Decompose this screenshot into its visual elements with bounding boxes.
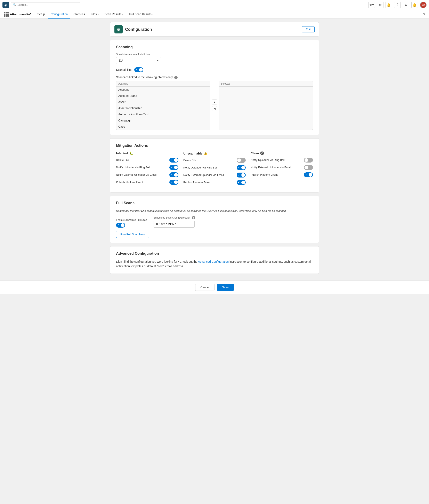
cancel-button[interactable]: Cancel bbox=[195, 284, 214, 291]
mitigation-section: Mitigation Actions Infected 🐛 Delete Fil… bbox=[110, 138, 319, 192]
unscannable-delete-file-toggle[interactable] bbox=[237, 158, 246, 163]
clean-email-item: Notify External Uploader via Email bbox=[251, 165, 313, 170]
nav-item-configuration[interactable]: Configuration bbox=[48, 10, 70, 19]
list-item[interactable]: Account bbox=[116, 87, 210, 93]
unscannable-title: Unscannable ⚠️ bbox=[183, 152, 246, 155]
jurisdiction-value: EU bbox=[119, 59, 123, 62]
infected-ring-bell-item: Notify Uploader via Ring Bell ✓ bbox=[116, 165, 178, 170]
footer-bar: Cancel Save bbox=[0, 280, 429, 294]
list-item[interactable]: Asset bbox=[116, 99, 210, 105]
favorites-button[interactable]: ★▾ bbox=[368, 2, 375, 8]
list-item[interactable]: Authorization Form Text bbox=[116, 111, 210, 117]
clean-platform-event-item: Publish Platform Event ✓ bbox=[251, 172, 313, 177]
linked-objects-info-icon[interactable]: i bbox=[174, 76, 178, 79]
unscannable-platform-event-label: Publish Platform Event bbox=[183, 181, 237, 184]
unscannable-email-item: Notify External Uploader via Email ✓ bbox=[183, 173, 246, 178]
cron-info-icon[interactable]: i bbox=[192, 216, 195, 219]
mitigation-title: Mitigation Actions bbox=[116, 144, 313, 148]
unscannable-email-toggle[interactable]: ✓ bbox=[237, 173, 246, 178]
linked-objects-section: Scan files linked to the following objec… bbox=[116, 75, 313, 130]
move-right-button[interactable]: ▶ bbox=[212, 99, 217, 104]
files-chevron-icon: ▾ bbox=[98, 13, 99, 16]
linked-objects-label: Scan files linked to the following objec… bbox=[116, 75, 313, 79]
user-avatar[interactable]: JD bbox=[420, 2, 427, 8]
unscannable-column: Unscannable ⚠️ Delete File Notify Upload… bbox=[183, 152, 246, 187]
run-full-scan-button[interactable]: Run Full Scan Now bbox=[116, 231, 149, 238]
scanning-title: Scanning bbox=[116, 45, 313, 49]
save-button[interactable]: Save bbox=[217, 284, 234, 291]
advanced-config-section: Advanced Configuration Didn't find the c… bbox=[110, 246, 319, 274]
list-item[interactable]: Asset Relationship bbox=[116, 105, 210, 111]
nav-item-scan-results[interactable]: Scan Results ▾ bbox=[102, 10, 126, 19]
full-scans-controls: Enable Scheduled Full Scan ✓ Scheduled S… bbox=[116, 216, 313, 228]
config-gear-icon: ⚙ bbox=[114, 25, 123, 34]
cron-expression-group: Scheduled Scan Cron Expression i bbox=[154, 216, 195, 228]
infected-delete-file-label: Delete File bbox=[116, 158, 169, 162]
infected-email-item: Notify External Uploader via Email ✓ bbox=[116, 172, 178, 177]
infected-column: Infected 🐛 Delete File ✓ Notify Uploader… bbox=[116, 152, 178, 187]
unscannable-delete-file-label: Delete File bbox=[183, 159, 237, 162]
nav-item-full-scan-results[interactable]: Full Scan Results ▾ bbox=[127, 10, 156, 19]
full-scans-section: Full Scans Remember that user who schedu… bbox=[110, 196, 319, 243]
clean-email-label: Notify External Uploader via Email bbox=[251, 166, 304, 169]
nav-edit-icon[interactable]: ✎ bbox=[423, 12, 426, 16]
jurisdiction-arrow-icon: ▾ bbox=[157, 59, 158, 62]
advanced-config-link[interactable]: Advanced Configuration bbox=[198, 260, 229, 263]
infected-platform-event-toggle[interactable]: ✓ bbox=[169, 180, 178, 185]
list-item[interactable]: Account Brand bbox=[116, 93, 210, 99]
unscannable-ring-bell-toggle[interactable]: ✓ bbox=[237, 165, 246, 170]
clean-ring-bell-label: Notify Uploader via Ring Bell bbox=[251, 158, 304, 162]
search-input[interactable] bbox=[18, 3, 78, 6]
move-left-button[interactable]: ◀ bbox=[212, 106, 217, 111]
notifications-button[interactable]: 🔔 bbox=[411, 2, 418, 8]
edit-button[interactable]: Edit bbox=[302, 26, 315, 32]
nav-item-setup[interactable]: Setup bbox=[35, 10, 47, 19]
clean-ring-bell-toggle[interactable] bbox=[304, 158, 313, 162]
cron-label: Scheduled Scan Cron Expression i bbox=[154, 216, 195, 219]
jurisdiction-dropdown[interactable]: EU ▾ bbox=[116, 57, 161, 64]
unscannable-ring-bell-item: Notify Uploader via Ring Bell ✓ bbox=[183, 165, 246, 170]
infected-icon: 🐛 bbox=[129, 152, 133, 155]
nav-icon-group: ★▾ ⊕ 🔔 ? ⚙ 🔔 JD bbox=[368, 2, 427, 8]
app-navigation: AttachmentAV Setup Configuration Statist… bbox=[0, 10, 429, 19]
alerts-button[interactable]: 🔔 bbox=[385, 2, 392, 8]
infected-delete-file-toggle[interactable]: ✓ bbox=[169, 158, 178, 162]
help-button[interactable]: ? bbox=[394, 2, 401, 8]
clean-column: Clean ✓ Notify Uploader via Ring Bell No… bbox=[251, 152, 313, 187]
infected-email-toggle[interactable]: ✓ bbox=[169, 172, 178, 177]
enable-scheduled-toggle[interactable]: ✓ bbox=[116, 223, 125, 228]
infected-ring-bell-toggle[interactable]: ✓ bbox=[169, 165, 178, 170]
scan-all-label: Scan all files bbox=[116, 68, 132, 72]
advanced-config-title: Advanced Configuration bbox=[116, 251, 313, 256]
nav-item-files[interactable]: Files ▾ bbox=[88, 10, 101, 19]
search-icon: 🔍 bbox=[13, 3, 16, 6]
page-title-area: ⚙ Configuration bbox=[114, 25, 152, 34]
cron-input[interactable] bbox=[154, 221, 195, 228]
clean-email-toggle[interactable] bbox=[304, 165, 313, 170]
page-title: Configuration bbox=[125, 27, 152, 32]
scan-results-chevron-icon: ▾ bbox=[122, 13, 123, 16]
selected-list-header: Selected bbox=[219, 81, 313, 87]
app-logo[interactable]: ◈ bbox=[2, 2, 9, 8]
search-box[interactable]: 🔍 bbox=[11, 2, 80, 7]
unscannable-email-label: Notify External Uploader via Email bbox=[183, 173, 237, 177]
mitigation-grid: Infected 🐛 Delete File ✓ Notify Uploader… bbox=[116, 152, 313, 187]
unscannable-ring-bell-label: Notify Uploader via Ring Bell bbox=[183, 166, 237, 169]
clean-platform-event-toggle[interactable]: ✓ bbox=[304, 172, 313, 177]
app-grid-icon[interactable] bbox=[3, 11, 9, 17]
unscannable-platform-event-toggle[interactable]: ✓ bbox=[237, 180, 246, 185]
list-item[interactable]: Campaign bbox=[116, 117, 210, 124]
list-item[interactable]: Case bbox=[116, 124, 210, 130]
available-list-header: Available bbox=[116, 81, 210, 87]
app-name: AttachmentAV bbox=[10, 12, 31, 16]
objects-container: Available Account Account Brand Asset As… bbox=[116, 81, 313, 130]
infected-ring-bell-label: Notify Uploader via Ring Bell bbox=[116, 166, 169, 169]
add-button[interactable]: ⊕ bbox=[377, 2, 384, 8]
settings-button[interactable]: ⚙ bbox=[403, 2, 409, 8]
advanced-config-text: Didn't find the configuration you were l… bbox=[116, 259, 313, 269]
full-scan-chevron-icon: ▾ bbox=[152, 13, 154, 16]
infected-email-label: Notify External Uploader via Email bbox=[116, 173, 169, 176]
unscannable-icon: ⚠️ bbox=[204, 152, 208, 155]
scan-all-toggle[interactable]: ✓ bbox=[134, 67, 143, 72]
nav-item-statistics[interactable]: Statistics bbox=[71, 10, 87, 19]
